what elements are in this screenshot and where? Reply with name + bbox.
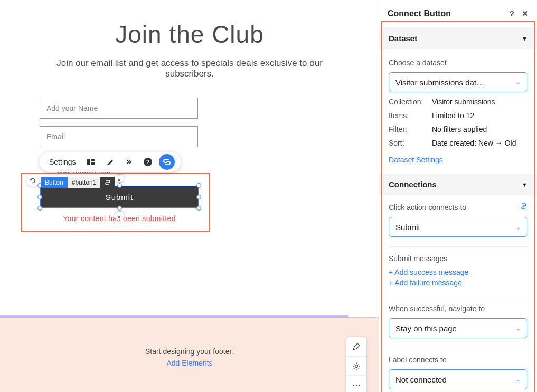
add-failure-link[interactable]: + Add failure message <box>389 279 527 287</box>
submit-button-selection[interactable]: Submit ⭳ ⭳ Your content has been submitt… <box>37 186 202 223</box>
element-dev-icon[interactable] <box>100 177 115 188</box>
resize-handle-s[interactable] <box>117 206 122 211</box>
navigate-label: When successful, navigate to <box>389 304 527 313</box>
more-tool-icon[interactable]: ⋯ <box>346 375 366 392</box>
spacing-handle-bottom[interactable]: ⭳ <box>114 211 125 219</box>
label-connects-label: Label connects to <box>389 356 527 364</box>
items-value: Limited to 12 <box>432 111 474 120</box>
email-placeholder: Email <box>46 132 65 141</box>
name-placeholder: Add your Name <box>46 104 98 112</box>
connect-panel: Connect Button ? ✕ Dataset ▼ Choose a da… <box>379 0 537 392</box>
submit-button-label: Submit <box>106 193 134 202</box>
chevron-down-icon: ⌄ <box>516 376 521 383</box>
filter-key: Filter: <box>389 125 432 133</box>
svg-rect-0 <box>87 159 90 165</box>
settings-button[interactable]: Settings <box>44 155 81 169</box>
element-id-tag[interactable]: #button1 <box>68 177 101 188</box>
email-input[interactable]: Email <box>40 126 198 147</box>
submit-button[interactable]: Submit <box>40 186 199 208</box>
footer-section[interactable]: Start designing your footer: Add Element… <box>0 317 379 392</box>
dataset-settings-link[interactable]: Dataset Settings <box>389 156 527 164</box>
close-button[interactable]: ✕ <box>522 9 529 18</box>
choose-dataset-label: Choose a dataset <box>389 59 527 67</box>
help-icon[interactable]: ? <box>140 154 156 170</box>
label-connects-select[interactable]: Not connected ⌄ <box>389 369 527 389</box>
sort-value: Date created: New → Old <box>432 139 516 147</box>
dataset-section-title: Dataset <box>389 34 417 43</box>
element-toolbar: Settings ? <box>40 152 181 172</box>
connect-data-icon[interactable] <box>159 154 175 170</box>
svg-point-5 <box>355 365 358 367</box>
footer-prompt: Start designing your footer: <box>0 347 379 356</box>
dev-mode-icon[interactable] <box>520 203 527 212</box>
resize-handle-e[interactable] <box>196 195 201 199</box>
chevron-down-icon: ⌄ <box>516 325 521 332</box>
connections-section-title: Connections <box>389 180 437 189</box>
add-elements-link[interactable]: Add Elements <box>0 359 379 367</box>
resize-handle-sw[interactable] <box>37 206 42 211</box>
design-icon[interactable] <box>102 154 118 170</box>
sort-key: Sort: <box>389 139 432 147</box>
element-label: Button #button1 <box>41 177 115 188</box>
section-divider-bar <box>0 315 348 318</box>
panel-title: Connect Button <box>388 9 451 18</box>
click-action-label: Click action connects to <box>389 203 466 212</box>
svg-rect-2 <box>91 162 95 165</box>
animation-icon[interactable] <box>121 154 137 170</box>
resize-handle-n[interactable] <box>117 183 122 188</box>
help-button[interactable]: ? <box>510 9 514 18</box>
chevron-down-icon: ▼ <box>522 35 527 42</box>
chevron-down-icon: ⌄ <box>516 224 521 231</box>
resize-handle-ne[interactable] <box>196 183 201 188</box>
undo-button[interactable] <box>26 174 39 187</box>
chevron-down-icon: ▼ <box>522 181 527 188</box>
edit-tool-icon[interactable] <box>346 337 366 356</box>
svg-rect-1 <box>91 159 95 161</box>
submit-messages-label: Submit messages <box>389 254 527 263</box>
navigate-select[interactable]: Stay on this page ⌄ <box>389 318 527 338</box>
label-connects-value: Not connected <box>395 375 447 384</box>
svg-text:?: ? <box>146 159 149 165</box>
layout-icon[interactable] <box>83 154 99 170</box>
canvas-tools: ⋯ <box>346 337 367 392</box>
resize-handle-se[interactable] <box>196 206 201 211</box>
dataset-section-header[interactable]: Dataset ▼ <box>379 27 537 49</box>
dataset-select-value: Visitor submissions dat… <box>395 78 484 87</box>
items-key: Items: <box>389 111 432 120</box>
settings-tool-icon[interactable] <box>346 356 366 375</box>
click-action-select[interactable]: Submit ⌄ <box>389 217 527 237</box>
name-input[interactable]: Add your Name <box>40 98 198 119</box>
connections-section-header[interactable]: Connections ▼ <box>379 174 537 195</box>
chevron-down-icon: ⌄ <box>516 79 521 86</box>
click-action-value: Submit <box>395 223 420 232</box>
dataset-select[interactable]: Visitor submissions dat… ⌄ <box>389 72 527 92</box>
resize-handle-w[interactable] <box>37 195 42 199</box>
navigate-value: Stay on this page <box>395 324 457 333</box>
page-subtitle: Join our email list and get access to sp… <box>0 58 379 79</box>
add-success-link[interactable]: + Add success message <box>389 268 527 276</box>
filter-value: No filters applied <box>432 125 487 133</box>
collection-key: Collection: <box>389 98 432 106</box>
panel-header: Connect Button ? ✕ <box>379 0 537 27</box>
collection-value: Visitor submissions <box>432 98 495 106</box>
page-title: Join the Club <box>0 20 379 49</box>
editor-canvas[interactable]: Join the Club Join our email list and ge… <box>0 0 379 392</box>
element-type-tag[interactable]: Button <box>41 177 68 188</box>
